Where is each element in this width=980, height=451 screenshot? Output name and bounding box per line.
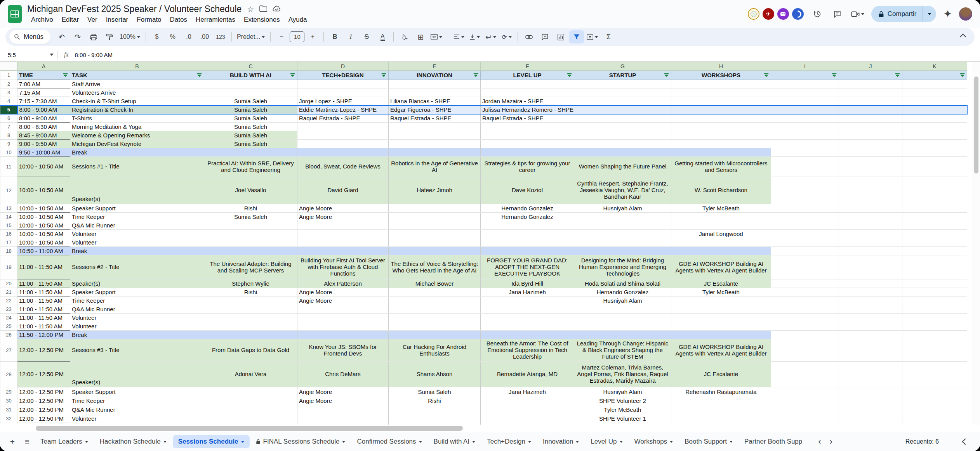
cell-B23[interactable]: Q&A Mic Runner [70,305,204,314]
cell-B12[interactable]: Speaker(s) [70,177,204,204]
cell-G29[interactable]: Husniyah Alam [574,387,671,396]
cell-A27[interactable]: 12:00 - 12:50 PM [17,339,70,362]
cell-F32[interactable] [481,414,574,423]
name-box[interactable]: 5:5 [4,52,57,58]
cell-D4[interactable]: Jorge Lopez - SHPE [297,97,389,106]
cell-K17[interactable] [902,238,967,247]
cell-G31[interactable]: Tyler McBeath [574,405,671,414]
cell-A26[interactable]: 11:50 - 12:00 PM [17,331,70,339]
decrease-decimals-button[interactable]: .0 [181,30,196,43]
more-formats-button[interactable]: 123 [213,30,228,43]
cell-D7[interactable] [297,123,389,131]
cell-B32[interactable]: Volunteer [70,414,204,423]
cell-I8[interactable] [771,131,839,140]
cell-J10[interactable] [839,148,902,157]
formula-input[interactable]: 8:00 - 9:00 AM [75,52,113,58]
row-header-16[interactable]: 16 [0,230,17,238]
cell-C23[interactable] [204,305,297,314]
cell-K7[interactable] [902,123,967,131]
cell-H10[interactable] [671,148,771,157]
cell-E13[interactable] [389,204,481,213]
cell-E25[interactable] [389,322,481,331]
sheet-tab-menu-caret[interactable] [85,441,88,443]
menu-archivo[interactable]: Archivo [27,16,57,24]
paint-format-button[interactable] [102,30,117,43]
cell-H27[interactable]: GDE AI WORKSHOP Building AI Agents with … [671,339,771,362]
cell-H23[interactable] [671,305,771,314]
cell-J8[interactable] [839,131,902,140]
cell-I13[interactable] [771,204,839,213]
filter-header-J[interactable] [839,71,902,80]
sheet-tab-menu-caret[interactable] [620,441,623,443]
cell-B24[interactable]: Volunteer [70,314,204,322]
tabs-scroll-right-button[interactable]: › [826,437,836,447]
filter-icon[interactable] [381,72,386,78]
cell-G4[interactable] [574,97,671,106]
cell-I14[interactable] [771,213,839,221]
cell-C5[interactable]: Sumia Saleh [204,106,297,114]
cell-G22[interactable]: Husniyah Alam [574,297,671,305]
strikethrough-button[interactable]: S [359,30,374,43]
sheet-tab-booth-support[interactable]: Booth Support [679,435,738,448]
horizontal-scrollbar-thumb[interactable] [36,426,463,431]
cell-G24[interactable] [574,314,671,322]
cell-I17[interactable] [771,238,839,247]
cell-K29[interactable] [902,387,967,396]
cell-E17[interactable] [389,238,481,247]
cell-B13[interactable]: Speaker Support [70,204,204,213]
cell-D29[interactable]: Angie Moore [297,387,389,396]
cell-D25[interactable] [297,322,389,331]
cell-J18[interactable] [839,247,902,255]
sheet-tab-team-leaders[interactable]: Team Leaders [35,435,94,448]
filter-header-innovation[interactable]: INNOVATION [389,71,481,80]
cell-J15[interactable] [839,221,902,230]
cell-B8[interactable]: Welcome & Opening Remarks [70,131,204,140]
cell-C13[interactable]: Rishi [204,204,297,213]
cell-A21[interactable]: 11:00 - 11:50 AM [17,288,70,297]
bold-button[interactable]: B [327,30,342,43]
cell-J2[interactable] [839,80,902,88]
cell-K18[interactable] [902,247,967,255]
cell-F11[interactable]: Strategies & tips for growing your caree… [481,157,574,177]
cell-B19[interactable]: Sessions #2 - Title [70,255,204,279]
cell-C4[interactable]: Sumia Saleh [204,97,297,106]
cell-G26[interactable] [574,331,671,339]
cell-I2[interactable] [771,80,839,88]
cell-J11[interactable] [839,157,902,177]
cell-K20[interactable] [902,279,967,288]
row-header-9[interactable]: 9 [0,140,17,148]
row-header-8[interactable]: 8 [0,131,17,140]
all-sheets-button[interactable]: ≡ [20,435,34,449]
sheet-tab-confirmed-sessions[interactable]: Confirmed Sessions [351,435,427,448]
cell-C19[interactable]: The Universal Adapter: Building and Scal… [204,255,297,279]
sheet-tab-menu-caret[interactable] [163,441,167,443]
menu-datos[interactable]: Datos [166,16,191,24]
row-header-30[interactable]: 30 [0,396,17,405]
cell-K10[interactable] [902,148,967,157]
cell-H19[interactable]: GDE AI WORKSHOP Building AI Agents with … [671,255,771,279]
cell-D19[interactable]: Building Your First AI Tool Server with … [297,255,389,279]
row-header-25[interactable]: 25 [0,322,17,331]
cell-B22[interactable]: Time Keeper [70,297,204,305]
cell-E8[interactable] [389,131,481,140]
cell-G3[interactable] [574,88,671,97]
cell-G18[interactable] [574,247,671,255]
gemini-sparkle-icon[interactable]: ✦ [943,8,952,20]
cell-D8[interactable] [297,131,389,140]
cell-G10[interactable] [574,148,671,157]
cell-A22[interactable]: 11:00 - 11:50 AM [17,297,70,305]
filter-icon[interactable] [473,72,478,78]
cell-H14[interactable] [671,213,771,221]
cell-D22[interactable]: Angie Moore [297,297,389,305]
cell-K30[interactable] [902,396,967,405]
cell-E5[interactable]: Edgar Figueroa - SHPE [389,106,481,114]
cell-A3[interactable]: 7:15 AM [17,88,70,97]
cell-I29[interactable] [771,387,839,396]
sheet-tab-sessions-schedule[interactable]: Sessions Schedule [173,435,250,448]
version-history-icon[interactable] [811,7,824,21]
cell-J30[interactable] [839,396,902,405]
cell-I16[interactable] [771,230,839,238]
row-header-24[interactable]: 24 [0,314,17,322]
horizontal-align-button[interactable] [451,30,467,43]
cell-F12[interactable]: Dave Koziol [481,177,574,204]
